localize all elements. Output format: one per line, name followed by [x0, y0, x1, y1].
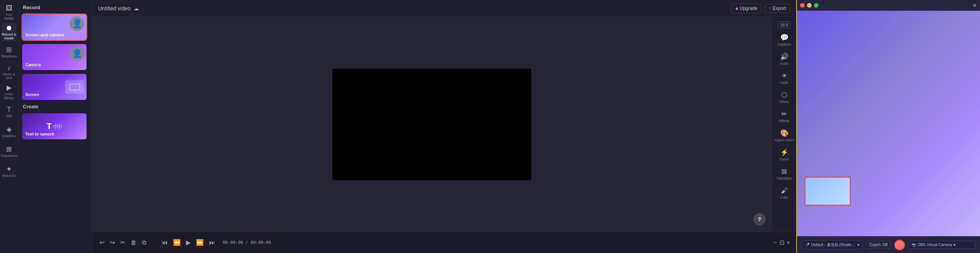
sidebar-item-transitions[interactable]: ⊠ Transitions — [2, 142, 17, 161]
mic-icon: 🎤 — [805, 243, 810, 247]
sidebar-item-graphics[interactable]: ◈ Graphics — [2, 122, 17, 141]
svg-rect-0 — [70, 84, 80, 90]
microphone-selector[interactable]: 🎤 Default - 麦克风 (Realtek(R... ▾ — [802, 240, 863, 250]
zoom-fit-button[interactable]: ⊡ — [779, 239, 784, 246]
help-button[interactable]: ? — [753, 213, 766, 225]
effects-icon: ✏ — [781, 110, 787, 118]
camera-card[interactable]: Camera 👤 — [21, 43, 87, 71]
step-forward-button[interactable]: ⏩ — [194, 237, 205, 248]
camera-view — [797, 11, 980, 236]
captions-label: Captions — [777, 42, 791, 46]
coach-label: Coach: Off — [869, 243, 888, 247]
export-icon: ↑ — [769, 6, 771, 11]
tool-filters[interactable]: ⬡ Filters — [774, 88, 795, 106]
tool-audio[interactable]: 🔊 Audio — [774, 50, 795, 68]
camera-label: OBS Virtual Camera — [918, 243, 952, 247]
aspect-ratio-button[interactable]: 16:9 — [777, 21, 791, 28]
tool-adjust-colors[interactable]: 🎨 Adjust colors — [774, 126, 795, 145]
playback-controls: ⏮ ⏪ ▶ ⏩ ⏭ — [160, 237, 217, 248]
coach-button[interactable]: Coach: Off — [866, 241, 891, 249]
zoom-in-button[interactable]: + — [787, 239, 790, 246]
export-button[interactable]: ↑ Export — [764, 4, 790, 13]
undo-button[interactable]: ↩ — [98, 237, 106, 248]
camera-panel: ✕ 🎤 Default - 麦克风 (Realtek(R... ▾ Coach:… — [796, 0, 980, 253]
create-section-title: Create — [21, 103, 88, 110]
record-create-icon: ⏺ — [6, 24, 13, 32]
graphics-icon: ◈ — [7, 125, 12, 134]
sidebar-item-label: Templates — [1, 55, 17, 59]
sidebar-item-label: Your media — [2, 13, 17, 21]
screen-camera-thumbnail: 👤 — [70, 16, 84, 31]
transition-icon: ⊠ — [781, 167, 787, 176]
sidebar-item-music-sfx[interactable]: ♪ Music & SFX — [2, 63, 17, 81]
sidebar-item-label: Brand kit — [2, 174, 16, 178]
screen-icon — [65, 80, 84, 94]
record-section-title: Record — [21, 4, 88, 11]
audio-label: Audio — [780, 62, 789, 65]
upgrade-button[interactable]: ♦ Upgrade — [731, 3, 761, 13]
screen-card[interactable]: Screen — [21, 73, 87, 101]
color-label: Color — [780, 196, 789, 199]
timeline-current-time: 00:00:00 / 00:00:00 — [220, 240, 274, 245]
sidebar-item-video-library[interactable]: ▶ Video library — [2, 83, 17, 101]
skip-forward-button[interactable]: ⏭ — [207, 238, 217, 248]
cut-button[interactable]: ✂ — [119, 237, 127, 248]
tool-transition[interactable]: ⊠ Transition — [774, 165, 795, 183]
tts-card[interactable]: Text to speech T — [21, 113, 87, 140]
traffic-light-green[interactable] — [814, 3, 818, 8]
play-button[interactable]: ▶ — [185, 237, 192, 248]
mic-dropdown-icon: ▾ — [858, 243, 859, 247]
camera-dropdown-icon: ▾ — [954, 243, 956, 247]
timeline-bar: ↩ ↪ ✂ 🗑 ⧉ ⏮ ⏪ ▶ ⏩ ⏭ 00:00:00 / 00:00:00 … — [92, 232, 796, 253]
brand-kit-icon: ✦ — [6, 165, 12, 173]
effects-label: Effects — [779, 119, 789, 123]
sidebar-item-templates[interactable]: ⊞ Templates — [2, 43, 17, 61]
screen-camera-card[interactable]: Screen and camera 👤 — [21, 13, 87, 41]
close-camera-panel-button[interactable]: ✕ — [971, 2, 978, 9]
tool-captions[interactable]: 💬 Captions — [774, 31, 795, 49]
camera-icon: 📷 — [911, 243, 916, 247]
traffic-light-yellow[interactable] — [807, 3, 812, 8]
camera-label: Camera — [25, 62, 41, 67]
sidebar-item-record-create[interactable]: ⏺ Record &create — [2, 23, 17, 41]
tool-fade[interactable]: ☀ Fade — [774, 69, 795, 87]
audio-icon: 🔊 — [780, 52, 789, 61]
delete-button[interactable]: 🗑 — [129, 238, 138, 248]
video-library-icon: ▶ — [7, 83, 12, 92]
camera-thumbnail: 👤 — [70, 46, 84, 61]
duplicate-button[interactable]: ⧉ — [140, 238, 148, 248]
traffic-light-red[interactable] — [800, 3, 805, 8]
tool-effects[interactable]: ✏ Effects — [774, 107, 795, 126]
record-button[interactable] — [894, 240, 905, 250]
skip-back-button[interactable]: ⏮ — [160, 238, 169, 248]
sidebar-item-text[interactable]: T Text — [2, 103, 17, 121]
redo-button[interactable]: ↪ — [108, 237, 116, 248]
screen-label: Screen — [25, 92, 39, 97]
video-canvas: ? — [92, 17, 772, 232]
camera-bottom-bar: 🎤 Default - 麦克风 (Realtek(R... ▾ Coach: O… — [797, 236, 980, 253]
sidebar-item-your-media[interactable]: 🖼 Your media — [2, 3, 17, 21]
tts-label: Text to speech — [25, 132, 54, 136]
step-back-button[interactable]: ⏪ — [172, 237, 182, 248]
diamond-icon: ♦ — [735, 5, 738, 11]
timeline-right-controls: − ⊡ + — [773, 239, 790, 246]
camera-selector[interactable]: 📷 OBS Virtual Camera ▾ — [908, 241, 975, 249]
sidebar-item-brand-kit[interactable]: ✦ Brand kit — [2, 162, 17, 181]
tool-color[interactable]: 🖌 Color — [774, 184, 795, 202]
sidebar-nav: 🖼 Your media ⏺ Record &create ⊞ Template… — [0, 0, 18, 253]
sidebar-item-label: Graphics — [2, 134, 16, 138]
right-tools-panel: 16:9 💬 Captions 🔊 Audio ☀ Fade ⬡ Filters… — [772, 17, 796, 232]
unsaved-icon: ☁ — [134, 5, 139, 11]
transitions-icon: ⊠ — [6, 145, 12, 153]
adjust-colors-icon: 🎨 — [780, 129, 789, 137]
main-header: Untitled video ☁ ♦ Upgrade ↑ Export — [92, 0, 796, 17]
zoom-out-button[interactable]: − — [773, 239, 777, 246]
mic-label: Default - 麦克风 (Realtek(R... — [811, 242, 856, 248]
sidebar-item-label: Video library — [2, 93, 17, 100]
sidebar-item-label: Music & SFX — [2, 73, 17, 80]
tool-speed[interactable]: ⚡ Speed — [774, 145, 795, 164]
speed-label: Speed — [779, 157, 789, 161]
video-workspace: ? 16:9 💬 Captions 🔊 Audio ☀ Fade ⬡ Filte… — [92, 17, 796, 232]
sidebar-item-label: Transitions — [1, 154, 18, 158]
speed-icon: ⚡ — [780, 148, 789, 157]
